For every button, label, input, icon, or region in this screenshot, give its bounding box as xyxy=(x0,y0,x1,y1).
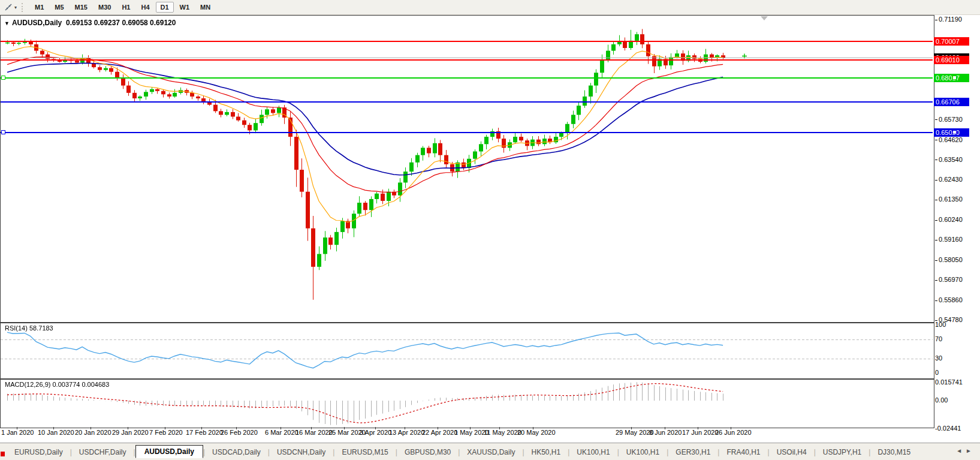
chevron-down-icon[interactable]: ▾ xyxy=(14,5,17,10)
price-level-label-0.68017: 0.68017 xyxy=(934,74,969,82)
tab-usdcnh-daily[interactable]: USDCNH,Daily xyxy=(270,446,333,459)
timeframe-button-h1[interactable]: H1 xyxy=(117,2,135,13)
date-label: 22 Apr 2020 xyxy=(422,429,457,436)
timeframe-button-m15[interactable]: M15 xyxy=(70,2,92,13)
horizontal-line-0.66706[interactable] xyxy=(1,101,933,103)
timeframe-button-group: M1M5M15M30H1H4D1W1MN xyxy=(29,2,216,13)
scroll-to-end-icon[interactable] xyxy=(761,16,768,20)
main-chart-pane xyxy=(0,15,934,323)
tab-usdchf-daily[interactable]: USDCHF,Daily xyxy=(72,446,134,459)
current-price-line xyxy=(1,58,933,58)
macd-scale-label: 0.015741 xyxy=(935,378,963,386)
price-level-label-0.65020: 0.65020 xyxy=(934,128,969,137)
price-tick-label: 0.55860 xyxy=(935,296,963,303)
rsi-canvas[interactable] xyxy=(1,323,933,377)
date-label: 26 Jun 2020 xyxy=(715,429,752,436)
date-label: 13 Apr 2020 xyxy=(389,429,424,436)
tab-bar-left-marker xyxy=(1,452,5,456)
tab-dj30-m15[interactable]: DJ30,M15 xyxy=(870,446,918,459)
tab-gbpusd-m30[interactable]: GBPUSD,M30 xyxy=(397,446,458,459)
tab-usoil-h4[interactable]: USOil,H4 xyxy=(770,446,814,459)
timeframe-button-mn[interactable]: MN xyxy=(195,2,215,13)
date-label: 29 May 2020 xyxy=(616,429,654,436)
date-label: 29 Jan 2020 xyxy=(112,429,149,436)
price-tick-label: 0.62430 xyxy=(935,176,963,183)
timeframe-button-m5[interactable]: M5 xyxy=(50,2,68,13)
rsi-indicator-label: RSI(14) 58.7183 xyxy=(5,324,53,332)
tab-uk100-h1[interactable]: UK100,H1 xyxy=(619,446,667,459)
horizontal-line-0.69010[interactable] xyxy=(1,59,933,61)
toolbar-grip xyxy=(22,3,25,12)
price-tick-label: 0.61350 xyxy=(935,196,963,203)
price-tick-label: 0.64620 xyxy=(935,136,963,143)
rsi-name: RSI(14) xyxy=(5,324,28,332)
chart-title: ▼AUDUSD,Daily 0.69153 0.69237 0.69058 0.… xyxy=(4,19,176,27)
price-tick-label: 0.60240 xyxy=(935,216,963,223)
horizontal-line-0.68017[interactable] xyxy=(1,77,933,79)
chart-tool-icon[interactable] xyxy=(2,2,14,13)
price-tick-label: 0.71190 xyxy=(935,16,962,23)
date-label: 10 Jan 2020 xyxy=(38,429,74,436)
rsi-value: 58.7183 xyxy=(29,324,53,332)
tab-scroll-right-icon[interactable]: ► xyxy=(966,447,975,454)
horizontal-line-0.70007[interactable] xyxy=(1,41,933,42)
price-level-label-0.70007: 0.70007 xyxy=(934,37,969,46)
line-handle-left[interactable] xyxy=(1,76,5,80)
tab-hk50-h1[interactable]: HK50,H1 xyxy=(524,446,568,459)
price-level-label-0.66706: 0.66706 xyxy=(934,98,969,106)
tab-scroll-arrows: ◄► xyxy=(956,447,975,454)
line-handle-left[interactable] xyxy=(1,130,5,134)
tab-eurusd-m15[interactable]: EURUSD,M15 xyxy=(334,446,395,459)
macd-scale-label: 0.00 xyxy=(935,396,948,404)
price-tick-label: 0.63540 xyxy=(935,156,963,163)
tab-audusd-daily[interactable]: AUDUSD,Daily xyxy=(135,445,203,458)
timeframe-button-m1[interactable]: M1 xyxy=(30,2,49,13)
timeframe-button-m30[interactable]: M30 xyxy=(94,2,116,13)
tab-fra40-h1[interactable]: FRA40,H1 xyxy=(719,446,767,459)
date-label: 11 May 2020 xyxy=(484,429,521,436)
macd-indicator-label: MACD(12,26,9) 0.003774 0.004683 xyxy=(5,381,109,388)
macd-values: 0.003774 0.004683 xyxy=(52,381,109,388)
tab-usdcad-daily[interactable]: USDCAD,Daily xyxy=(205,446,268,459)
date-label: 17 Feb 2020 xyxy=(186,429,223,436)
date-label: 16 Mar 2020 xyxy=(295,429,333,436)
timeframe-button-h4[interactable]: H4 xyxy=(136,2,154,13)
date-label: 20 May 2020 xyxy=(517,429,556,436)
horizontal-line-0.65020[interactable] xyxy=(1,132,933,133)
timeframe-button-d1[interactable]: D1 xyxy=(156,2,174,13)
chart-symbol-period: AUDUSD,Daily xyxy=(12,19,62,27)
price-tick-label: 0.59160 xyxy=(935,236,963,243)
date-label: 1 Jan 2020 xyxy=(1,429,34,436)
macd-name: MACD(12,26,9) xyxy=(5,381,50,388)
date-label: 8 Jun 2020 xyxy=(649,429,682,436)
macd-pane xyxy=(0,379,934,428)
rsi-scale-label: 70 xyxy=(935,335,942,342)
date-label: 26 Feb 2020 xyxy=(221,429,258,436)
chart-menu-triangle-icon[interactable]: ▼ xyxy=(4,20,10,26)
price-chart-canvas[interactable] xyxy=(1,16,933,321)
date-label: 20 Jan 2020 xyxy=(75,429,111,436)
tab-uk100-h1[interactable]: UK100,H1 xyxy=(569,446,617,459)
rsi-scale-label: 30 xyxy=(935,354,942,362)
line-handle-right[interactable] xyxy=(952,76,957,80)
tab-eurusd-daily[interactable]: EURUSD,Daily xyxy=(7,446,70,459)
chart-ohlc-values: 0.69153 0.69237 0.69058 0.69120 xyxy=(66,19,176,27)
chart-tab-bar: EURUSD,Daily|USDCHF,Daily|AUDUSD,Daily|U… xyxy=(0,443,980,460)
price-tick-label: 0.56970 xyxy=(935,276,963,283)
tab-xauusd-daily[interactable]: XAUUSD,Daily xyxy=(460,446,522,459)
line-handle-right[interactable] xyxy=(952,130,957,134)
price-tick-label: 0.58050 xyxy=(935,256,963,263)
top-toolbar: ▾ M1M5M15M30H1H4D1W1MN xyxy=(0,0,980,15)
price-level-label-0.69010: 0.69010 xyxy=(934,56,969,64)
tab-scroll-left-icon[interactable]: ◄ xyxy=(956,447,966,454)
timeframe-button-w1[interactable]: W1 xyxy=(175,2,195,13)
date-label: 17 Jun 2020 xyxy=(682,429,719,436)
macd-canvas[interactable] xyxy=(1,380,933,426)
tab-usdjpy-h1[interactable]: USDJPY,H1 xyxy=(816,446,869,459)
price-tick-label: 0.65730 xyxy=(935,116,963,123)
date-label: 3 Apr 2020 xyxy=(360,429,391,436)
rsi-scale-label: 100 xyxy=(935,321,946,328)
macd-scale-label: -0.02441 xyxy=(935,425,961,432)
date-label: 7 Feb 2020 xyxy=(149,429,183,436)
tab-ger30-h1[interactable]: GER30,H1 xyxy=(668,446,717,459)
